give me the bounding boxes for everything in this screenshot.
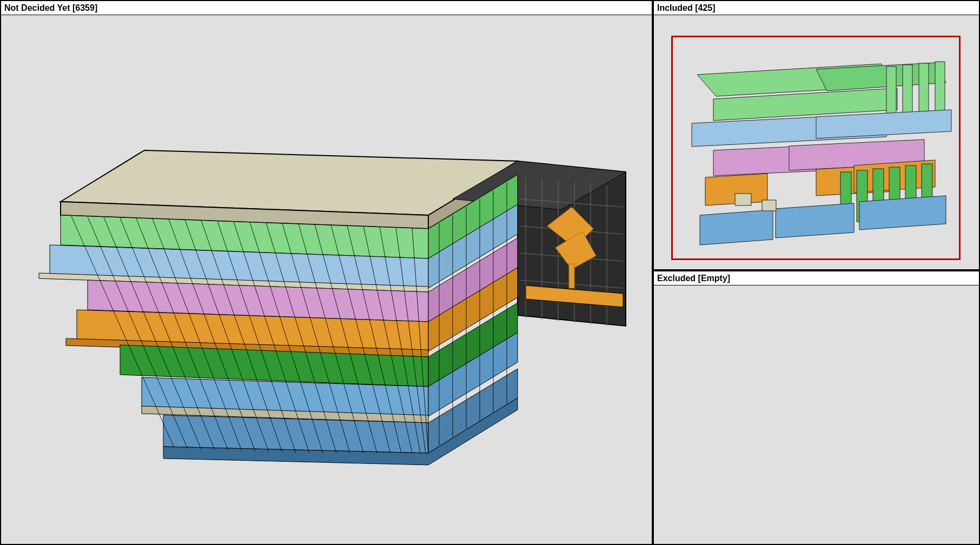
svg-rect-88: [735, 194, 751, 205]
pane-title-count: [Empty]: [698, 274, 731, 283]
svg-rect-68: [886, 67, 896, 118]
pane-title: Included [425]: [654, 1, 979, 15]
svg-rect-71: [935, 62, 945, 113]
svg-rect-89: [762, 200, 776, 211]
pane-title-label: Included: [657, 3, 693, 12]
svg-rect-17: [569, 264, 574, 288]
pane-title-count: [425]: [695, 3, 715, 12]
pane-title-label: Not Decided Yet: [4, 3, 70, 12]
svg-marker-85: [700, 210, 773, 245]
pane-title: Not Decided Yet [6359]: [1, 1, 652, 15]
svg-marker-87: [859, 196, 946, 230]
svg-marker-86: [776, 203, 854, 238]
pane-title-count: [6359]: [72, 3, 97, 12]
pane-title: Excluded [Empty]: [654, 271, 979, 285]
pane-title-label: Excluded: [657, 274, 696, 283]
pane-included[interactable]: Included [425]: [653, 0, 980, 270]
svg-rect-69: [903, 65, 912, 116]
pane-excluded[interactable]: Excluded [Empty]: [653, 270, 980, 545]
pane-not-decided[interactable]: Not Decided Yet [6359]: [0, 0, 653, 545]
included-viewport[interactable]: [654, 15, 979, 269]
svg-marker-73: [816, 110, 951, 138]
main-viewport[interactable]: [1, 15, 652, 544]
svg-rect-70: [919, 63, 929, 115]
excluded-viewport[interactable]: [654, 285, 979, 544]
